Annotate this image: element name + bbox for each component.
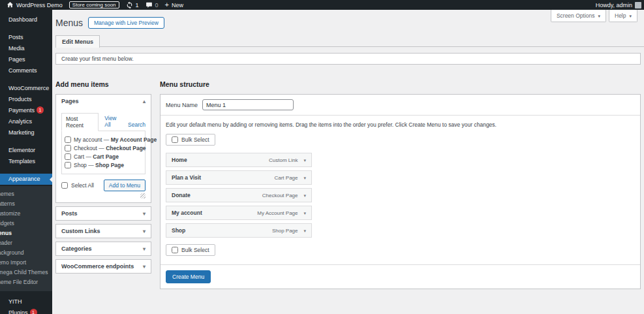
page-checkbox[interactable]	[65, 136, 71, 143]
collapse-icon[interactable]	[143, 98, 146, 104]
new-label[interactable]: New	[172, 2, 183, 8]
sidebar-item-dashboard[interactable]: Dashboard	[0, 14, 52, 25]
sidebar-item-comments[interactable]: Comments	[0, 65, 52, 76]
tab-edit-menus[interactable]: Edit Menus	[55, 35, 100, 48]
tab-view-all[interactable]: View All	[104, 113, 122, 131]
site-name[interactable]: WordPress Demo	[16, 2, 63, 8]
submenu-item-label: Omega Child Themes	[0, 268, 48, 277]
add-to-menu-button[interactable]: Add to Menu	[104, 180, 146, 191]
submenu-item-themes[interactable]: Themes	[0, 189, 52, 199]
menu-item-donate[interactable]: Donate Checkout Page	[166, 188, 312, 202]
submenu-item-label: Header	[0, 238, 12, 248]
page-checkbox-row[interactable]: CheckoutCheckout Page	[65, 145, 142, 151]
chevron-down-icon[interactable]	[303, 174, 306, 181]
accordion-label: Custom Links	[61, 228, 100, 234]
comments-count: 0	[155, 2, 159, 8]
sidebar-item-templates[interactable]: Templates	[0, 156, 52, 167]
page-checkbox-row[interactable]: ShopShop Page	[65, 162, 142, 168]
menu-item-home[interactable]: Home Custom Link	[166, 153, 312, 167]
update-icon	[126, 1, 133, 8]
bulk-select-toggle-top[interactable]: Bulk Select	[166, 134, 215, 146]
page-item-state: My Account Page	[111, 136, 157, 143]
menu-item-plan-a-visit[interactable]: Plan a Visit Cart Page	[166, 170, 312, 185]
submenu-item-customize[interactable]: Customize	[0, 209, 52, 219]
sidebar-item-posts[interactable]: Posts	[0, 32, 52, 43]
submenu-item-header[interactable]: Header	[0, 238, 52, 248]
live-preview-button[interactable]: Manage with Live Preview	[88, 17, 164, 29]
sidebar-item-appearance[interactable]: Appearance	[0, 174, 52, 185]
bulk-select-label: Bulk Select	[181, 247, 209, 253]
comments-menu[interactable]: 0	[146, 1, 159, 8]
active-menu-notch	[50, 177, 52, 182]
submenu-item-patterns[interactable]: Patterns	[0, 199, 52, 209]
resize-handle[interactable]	[140, 193, 146, 198]
tab-search[interactable]: Search	[128, 119, 146, 131]
submenu-item-demo-import[interactable]: Demo Import	[0, 258, 52, 268]
create-menu-button[interactable]: Create Menu	[166, 270, 211, 283]
accordion-custom-links[interactable]: Custom Links	[55, 224, 151, 238]
submenu-item-menus[interactable]: Menus	[0, 228, 52, 238]
sidebar-item-elementor[interactable]: Elementor	[0, 145, 52, 156]
submenu-item-label: Menus	[0, 228, 12, 238]
page-checkbox[interactable]	[65, 162, 71, 168]
sidebar-item-label: Plugins	[8, 309, 28, 314]
pages-panel-title: Pages	[61, 98, 79, 104]
page-checkbox-row[interactable]: My accountMy Account Page	[65, 136, 142, 143]
expand-icon	[143, 228, 146, 234]
notice-banner: Create your first menu below.	[55, 53, 641, 65]
chevron-down-icon[interactable]	[303, 227, 306, 234]
sidebar-item-media[interactable]: Media	[0, 43, 52, 54]
menu-item-my-account[interactable]: My account My Account Page	[166, 206, 312, 220]
sidebar-item-label: Payments	[8, 107, 35, 114]
accordion-posts[interactable]: Posts	[55, 206, 151, 221]
sidebar-item-label: YITH	[8, 298, 22, 305]
coming-soon-badge[interactable]: Store coming soon	[69, 1, 119, 8]
menu-item-shop[interactable]: Shop Shop Page	[166, 223, 312, 238]
tab-most-recent[interactable]: Most Recent	[61, 113, 99, 131]
chevron-down-icon[interactable]	[303, 192, 306, 198]
account-menu[interactable]: Howdy, admin	[596, 2, 641, 8]
howdy-text[interactable]: Howdy, admin	[596, 2, 632, 8]
submenu-item-theme-file-editor[interactable]: Theme File Editor	[0, 277, 52, 287]
sidebar-item-payments[interactable]: Payments1	[0, 105, 52, 116]
updates-menu[interactable]: 1	[126, 1, 139, 8]
sidebar-item-marketing[interactable]: Marketing	[0, 127, 52, 138]
menu-item-type: My Account Page	[257, 210, 298, 216]
chevron-down-icon[interactable]	[303, 210, 306, 216]
chevron-down-icon[interactable]	[303, 157, 306, 163]
help-button[interactable]: Help	[609, 10, 637, 22]
appearance-submenu: Themes Patterns Customize Widgets Menus …	[0, 186, 52, 291]
page-checkbox-row[interactable]: CartCart Page	[65, 153, 142, 160]
site-menu[interactable]: WordPress Demo	[7, 1, 63, 8]
select-all-checkbox[interactable]	[61, 182, 68, 189]
submenu-item-omega-child-themes[interactable]: Omega Child Themes	[0, 268, 52, 277]
bulk-select-checkbox[interactable]	[172, 136, 178, 143]
menu-name-input[interactable]	[202, 99, 294, 110]
bulk-select-toggle-bottom[interactable]: Bulk Select	[166, 244, 215, 256]
screen-options-button[interactable]: Screen Options	[551, 10, 606, 22]
submenu-item-background[interactable]: Background	[0, 248, 52, 258]
new-content-menu[interactable]: New	[165, 2, 183, 8]
accordion-label: WooCommerce endpoints	[61, 263, 134, 270]
page-item-name: Cart	[74, 153, 93, 160]
pages-panel-body: Most Recent View All Search My accountMy…	[56, 108, 151, 202]
bulk-select-checkbox[interactable]	[172, 247, 178, 253]
select-all-row[interactable]: Select All	[61, 182, 94, 189]
accordion-categories[interactable]: Categories	[55, 242, 151, 256]
sidebar-item-label: Pages	[8, 56, 25, 63]
pages-panel-header[interactable]: Pages	[56, 95, 151, 108]
submenu-item-widgets[interactable]: Widgets	[0, 219, 52, 228]
admin-bar: WordPress Demo Store coming soon 1 0 New…	[0, 0, 644, 10]
page-checkbox[interactable]	[65, 153, 71, 160]
sidebar-item-plugins[interactable]: Plugins1	[0, 307, 52, 314]
sidebar-item-woocommerce[interactable]: WooCommerce	[0, 83, 52, 94]
sidebar-item-pages[interactable]: Pages	[0, 54, 52, 65]
page-checkbox[interactable]	[65, 145, 71, 151]
expand-icon	[143, 210, 146, 217]
page-item-name: My account	[74, 136, 111, 143]
sidebar-item-products[interactable]: Products	[0, 94, 52, 105]
sidebar-item-analytics[interactable]: Analytics	[0, 116, 52, 127]
accordion-woocommerce-endpoints[interactable]: WooCommerce endpoints	[55, 259, 151, 274]
sidebar-item-yith[interactable]: YITH	[0, 296, 52, 307]
home-icon	[7, 1, 14, 8]
